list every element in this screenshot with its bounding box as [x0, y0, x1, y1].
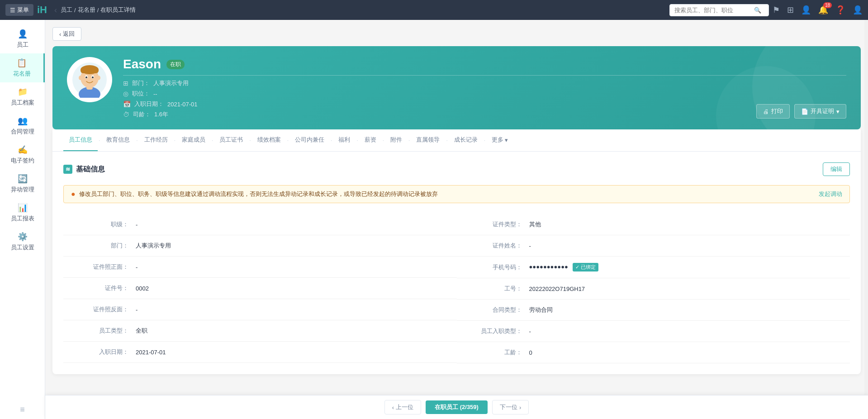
tab-performance[interactable]: 绩效档案: [252, 129, 286, 151]
avatar-image: [71, 62, 108, 98]
grid-icon[interactable]: ⊞: [787, 5, 794, 15]
sidebar-collapse-icon[interactable]: ≡: [20, 405, 25, 414]
menu-button[interactable]: ☰ 菜单: [5, 4, 33, 16]
sidebar-label-esign: 电子签约: [11, 157, 34, 165]
tab-more[interactable]: 更多 ▾: [486, 129, 513, 151]
archive-icon: 📁: [18, 87, 28, 97]
field-emp-type-value: 全职: [136, 327, 457, 335]
prev-label: 上一位: [396, 403, 413, 411]
field-rank-value: -: [136, 221, 457, 228]
sidebar-item-roster[interactable]: 📋 花名册: [0, 53, 45, 82]
menu-label: 菜单: [17, 6, 29, 14]
tab-welfare[interactable]: 福利: [333, 129, 356, 151]
field-id-num-value: 0002: [136, 285, 457, 292]
prev-employee-button[interactable]: ‹ 上一位: [384, 400, 421, 414]
tab-leader[interactable]: 直属领导: [411, 129, 445, 151]
help-icon[interactable]: ❓: [835, 5, 845, 15]
roster-icon: 📋: [17, 58, 27, 68]
field-emp-id-value: 20222022O719GH17: [529, 286, 850, 292]
esign-icon: ✍️: [18, 145, 28, 155]
svg-point-8: [85, 76, 87, 78]
svg-point-11: [97, 76, 100, 80]
tab-education[interactable]: 教育信息: [101, 129, 135, 151]
sidebar-item-employee[interactable]: 👤 员工: [0, 24, 45, 53]
field-employee-type: 员工类型： 全职: [63, 320, 457, 342]
field-onboard-type-label: 员工入职类型：: [457, 327, 529, 335]
tab-family[interactable]: 家庭成员: [176, 129, 211, 151]
field-cert-type-label: 证件类型：: [457, 220, 529, 229]
field-id-front: 证件照正面： -: [63, 257, 457, 278]
section-header: ≋ 基础信息 编辑: [63, 162, 850, 176]
profile-card: Eason 在职 ⊞ 部门： 人事演示专用 ◎ 职位： --: [52, 46, 861, 129]
tab-employee-info[interactable]: 员工信息: [63, 129, 98, 151]
field-cert-name-label: 证件姓名：: [457, 242, 529, 250]
search-box[interactable]: 🔍: [669, 4, 769, 16]
section-title: ≋ 基础信息: [63, 165, 105, 174]
search-icon: 🔍: [754, 7, 761, 14]
breadcrumb-employee[interactable]: 员工: [61, 6, 72, 14]
sidebar: 👤 员工 📋 花名册 📁 员工档案 👥 合同管理 ✍️ 电子签约 🔄 异动管理 …: [0, 20, 45, 419]
back-button[interactable]: ‹ 返回: [52, 27, 81, 41]
breadcrumb-roster[interactable]: 花名册: [78, 6, 95, 14]
sidebar-label-roster: 花名册: [13, 70, 31, 78]
contract-icon: 👥: [18, 116, 28, 126]
content-area: 员工信息 · 教育信息 · 工作经历 · 家庭成员 · 员工证书 · 绩效档案 …: [52, 129, 861, 374]
field-work-years-label: 工龄：: [457, 348, 529, 357]
tab-more-label: 更多: [492, 136, 503, 144]
tab-concurrency[interactable]: 公司内兼任: [289, 129, 330, 151]
sidebar-item-exception[interactable]: 🔄 异动管理: [0, 169, 45, 198]
next-label: 下一位: [500, 403, 517, 411]
field-work-years-value: 0: [529, 349, 850, 356]
flag-icon[interactable]: ⚑: [773, 5, 780, 15]
field-id-back-value: -: [136, 306, 457, 313]
cert-dropdown-icon: ▾: [836, 108, 840, 115]
joindate-label: 入职日期：: [134, 100, 164, 108]
field-id-back: 证件照反面： -: [63, 299, 457, 320]
svg-point-9: [92, 76, 94, 78]
sidebar-item-esign[interactable]: ✍️ 电子签约: [0, 140, 45, 169]
tab-cert[interactable]: 员工证书: [214, 129, 248, 151]
nav-icons: ⚑ ⊞ 👤 🔔 18 ❓ 👤: [773, 5, 863, 15]
field-emp-type-label: 员工类型：: [63, 327, 136, 335]
scrollbar[interactable]: [864, 20, 868, 419]
department-label: 部门：: [132, 79, 150, 87]
exception-icon: 🔄: [18, 174, 28, 184]
sidebar-item-report[interactable]: 📊 员工报表: [0, 198, 45, 227]
sidebar-item-archive[interactable]: 📁 员工档案: [0, 82, 45, 111]
pagination-bar: ‹ 上一位 在职员工 (2/359) 下一位 ›: [45, 395, 868, 419]
sidebar-label-employee: 员工: [17, 41, 28, 49]
cert-icon: 📄: [801, 108, 808, 115]
profile-details: ⊞ 部门： 人事演示专用 ◎ 职位： -- 📅 入职日期： 2021-07-01: [123, 79, 846, 119]
warning-box: ● 修改员工部门、职位、职务、职级等信息建议通过调动流程实现，否则无法生成异动记…: [63, 185, 850, 203]
section-icon: ≋: [63, 165, 72, 174]
field-id-front-label: 证件照正面：: [63, 263, 136, 271]
search-input[interactable]: [674, 7, 751, 14]
account-icon[interactable]: 👤: [853, 5, 863, 15]
next-employee-button[interactable]: 下一位 ›: [492, 400, 529, 414]
sidebar-item-contract[interactable]: 👥 合同管理: [0, 111, 45, 140]
user-icon[interactable]: 👤: [801, 5, 811, 15]
department-value: 人事演示专用: [153, 79, 189, 87]
field-cert-name: 证件姓名： -: [457, 235, 850, 257]
warning-text: 修改员工部门、职位、职务、职级等信息建议通过调动流程实现，否则无法生成异动记录和…: [79, 190, 438, 198]
edit-button[interactable]: 编辑: [823, 162, 850, 176]
tab-attachments[interactable]: 附件: [385, 129, 408, 151]
tenure-value: 1.6年: [154, 110, 168, 119]
field-dept-value: 人事演示专用: [136, 242, 457, 250]
tab-salary[interactable]: 薪资: [359, 129, 382, 151]
tab-work-exp[interactable]: 工作经历: [139, 129, 173, 151]
tab-growth[interactable]: 成长记录: [449, 129, 483, 151]
print-button[interactable]: 🖨 打印: [756, 104, 790, 119]
field-rank: 职级： -: [63, 214, 457, 235]
warning-action-link[interactable]: 发起调动: [819, 190, 842, 198]
field-work-years: 工龄： 0: [457, 342, 850, 363]
profile-actions: 🖨 打印 📄 开具证明 ▾: [756, 104, 846, 119]
certificate-button[interactable]: 📄 开具证明 ▾: [794, 104, 846, 119]
section-title-text: 基础信息: [76, 165, 105, 174]
notification-bell[interactable]: 🔔 18: [818, 5, 828, 15]
prev-arrow-icon: ‹: [392, 404, 394, 411]
field-onboard-type: 员工入职类型： -: [457, 321, 850, 342]
field-id-front-value: -: [136, 264, 457, 271]
print-label: 打印: [771, 107, 783, 115]
sidebar-item-settings[interactable]: ⚙️ 员工设置: [0, 227, 45, 256]
